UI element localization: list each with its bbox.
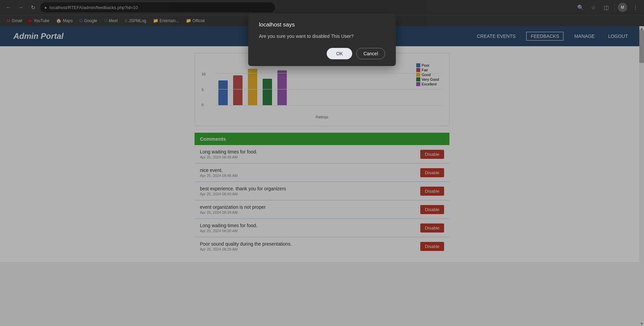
- dialog-cancel-button[interactable]: Cancel: [356, 48, 385, 59]
- dialog-message: Are you sure you want to disabled This U…: [259, 33, 385, 40]
- dialog-buttons: OK Cancel: [259, 48, 385, 59]
- dialog-title: localhost says: [259, 21, 385, 28]
- dialog-overlay: localhost says Are you sure you want to …: [0, 0, 644, 326]
- dialog-ok-button[interactable]: OK: [327, 48, 352, 59]
- dialog-box: localhost says Are you sure you want to …: [248, 13, 396, 66]
